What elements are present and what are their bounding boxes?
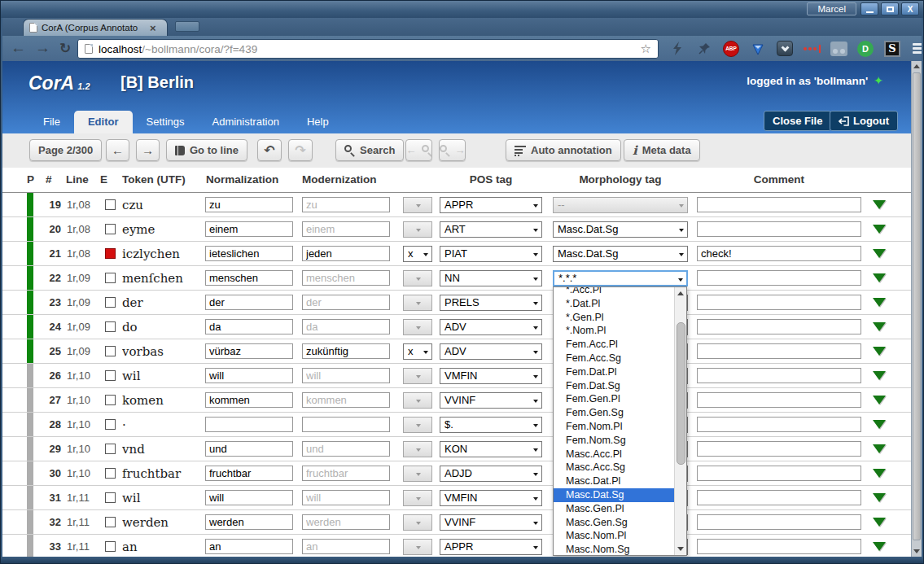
expand-row-button[interactable] (873, 322, 886, 331)
modernization-input[interactable] (302, 197, 390, 212)
adblock-icon[interactable]: ABP (722, 40, 740, 58)
expand-row-button[interactable] (873, 273, 886, 282)
pos-select[interactable]: APPR (440, 539, 542, 555)
forward-icon[interactable]: → (35, 39, 50, 57)
page-indicator-button[interactable]: Page 2/300 (29, 139, 102, 161)
morph-option[interactable]: Masc.Nom.Sg (554, 543, 674, 556)
pos-select[interactable]: VMFIN (440, 490, 542, 506)
redo-button[interactable]: ↷ (288, 139, 313, 161)
modernization-input[interactable] (302, 368, 390, 383)
error-checkbox[interactable] (105, 444, 116, 454)
modernization-type-select[interactable] (403, 197, 432, 213)
next-page-button[interactable]: → (136, 139, 160, 161)
pos-select[interactable]: NN (440, 270, 542, 286)
page-scrollbar[interactable] (911, 61, 922, 557)
pos-select[interactable]: PIAT (440, 246, 542, 262)
normalization-input[interactable] (205, 466, 293, 481)
error-checkbox[interactable] (105, 346, 116, 356)
comment-input[interactable] (697, 319, 861, 334)
morph-option[interactable]: Fem.Acc.Pl (554, 338, 674, 352)
modernization-input[interactable] (302, 319, 390, 334)
reload-icon[interactable]: ↻ (59, 40, 71, 57)
logout-button[interactable]: Logout (830, 111, 898, 131)
pos-select[interactable]: ADV (440, 319, 542, 335)
window-close-button[interactable]: X (901, 2, 919, 15)
tab-close-icon[interactable]: × (150, 22, 156, 34)
morph-option[interactable]: *.Nom.Pl (554, 324, 674, 338)
normalization-input[interactable] (205, 392, 293, 408)
morph-option[interactable]: Masc.Gen.Pl (554, 502, 674, 516)
meta-data-button[interactable]: iMeta data (624, 139, 700, 161)
error-checkbox[interactable] (105, 395, 116, 405)
error-checkbox[interactable] (105, 224, 116, 234)
error-checkbox[interactable] (105, 541, 116, 552)
normalization-input[interactable] (205, 197, 293, 212)
menu-help[interactable]: Help (293, 111, 343, 133)
tabs-box-icon[interactable] (830, 40, 847, 58)
modernization-input[interactable] (302, 270, 390, 286)
morphology-select[interactable]: Masc.Dat.Sg (553, 221, 688, 238)
error-checkbox[interactable] (105, 492, 116, 503)
morph-option[interactable]: Fem.Acc.Sg (554, 352, 674, 365)
normalization-input[interactable] (205, 539, 293, 554)
normalization-input[interactable] (205, 221, 293, 237)
close-file-button[interactable]: Close File (764, 111, 831, 131)
modernization-input[interactable] (302, 246, 390, 261)
pos-select[interactable]: APPR (440, 197, 542, 213)
normalization-input[interactable] (205, 343, 293, 359)
scroll-down-icon[interactable] (912, 546, 922, 557)
morph-option[interactable]: Masc.Gen.Sg (554, 516, 674, 530)
modernization-type-select[interactable] (403, 417, 432, 433)
dropdown-scrollbar[interactable] (674, 287, 686, 555)
expand-row-button[interactable] (873, 444, 886, 453)
normalization-input[interactable] (205, 319, 293, 334)
pos-select[interactable]: VVINF (440, 392, 542, 409)
modernization-input[interactable] (302, 514, 390, 530)
modernization-type-select[interactable] (403, 539, 432, 555)
error-checkbox[interactable] (105, 248, 116, 259)
search-button[interactable]: Search (335, 139, 404, 161)
morph-option[interactable]: *.Gen.Pl (554, 311, 674, 325)
morph-option[interactable]: Fem.Gen.Sg (554, 406, 674, 420)
modernization-type-select[interactable] (403, 270, 432, 286)
comment-input[interactable] (697, 417, 861, 432)
comment-input[interactable] (697, 539, 861, 554)
expand-row-button[interactable] (873, 298, 886, 307)
morph-option[interactable]: Masc.Nom.Pl (554, 529, 674, 543)
error-checkbox[interactable] (105, 517, 116, 527)
modernization-type-select[interactable] (403, 441, 432, 457)
morph-option[interactable]: *.Acc.Pl (554, 286, 674, 297)
new-tab-button[interactable] (175, 21, 199, 32)
expand-row-button[interactable] (873, 347, 886, 356)
comment-input[interactable] (697, 343, 861, 359)
pos-select[interactable]: PRELS (440, 295, 542, 311)
comment-input[interactable] (697, 270, 861, 286)
search-previous-button[interactable]: ← (405, 139, 432, 161)
modernization-input[interactable] (302, 490, 390, 505)
morph-option[interactable]: Masc.Dat.Sg (554, 488, 674, 502)
error-checkbox[interactable] (105, 297, 116, 308)
morphology-select[interactable]: -- (553, 197, 688, 213)
session-dots-icon[interactable] (803, 40, 821, 58)
morphology-select[interactable]: Masc.Dat.Sg (553, 246, 688, 262)
expand-row-button[interactable] (873, 542, 886, 551)
comment-input[interactable] (697, 221, 861, 237)
normalization-input[interactable] (205, 417, 293, 432)
modernization-type-select[interactable] (403, 514, 432, 531)
modernization-type-select[interactable] (403, 392, 432, 409)
pos-select[interactable]: ART (440, 221, 542, 238)
comment-input[interactable] (697, 392, 861, 408)
comment-input[interactable] (697, 197, 861, 212)
pos-select[interactable]: VVINF (440, 514, 542, 531)
morph-option[interactable]: Masc.Acc.Pl (554, 448, 674, 461)
modernization-input[interactable] (302, 221, 390, 237)
morph-option[interactable]: Fem.Gen.Pl (554, 392, 674, 406)
pushbullet-icon[interactable]: D (856, 40, 874, 58)
error-checkbox[interactable] (105, 419, 116, 430)
error-checkbox[interactable] (105, 321, 116, 332)
undo-button[interactable]: ↶ (257, 139, 282, 161)
modernization-input[interactable] (302, 539, 390, 554)
expand-row-button[interactable] (873, 469, 886, 478)
comment-input[interactable] (697, 441, 861, 457)
normalization-input[interactable] (205, 368, 293, 383)
